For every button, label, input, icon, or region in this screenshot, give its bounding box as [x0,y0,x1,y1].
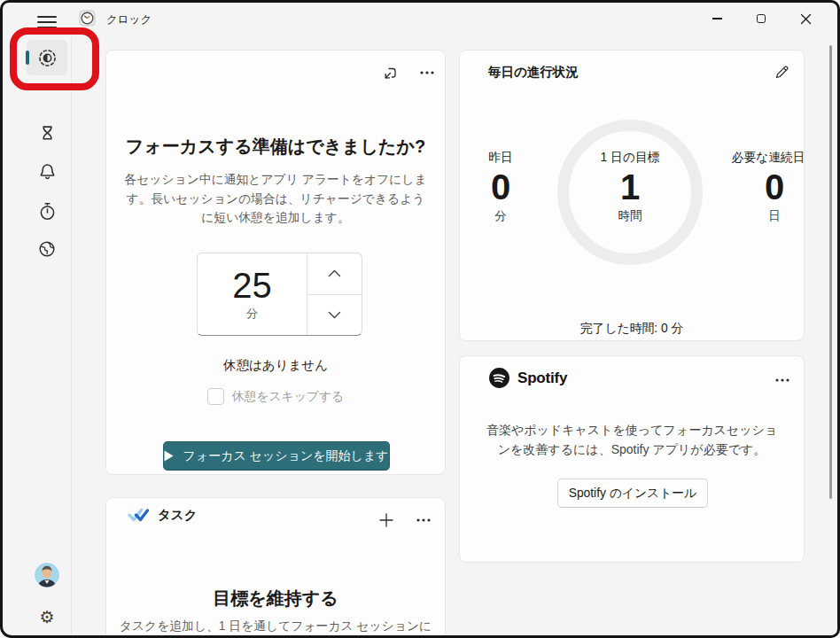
close-button[interactable] [785,3,826,35]
focus-card-description: 各セッション中に通知とアプリ アラートをオフにします。長いセッションの場合は、リ… [121,170,431,228]
duration-unit: 分 [246,306,258,322]
skip-break-row: 休憩をスキップする [106,388,445,405]
bell-icon [38,162,57,182]
daily-goal-value: 1 [559,167,701,206]
tasks-card: タスク 目標を維持する タスクを追加し、1 日を通してフォーカス セッションに割… [105,497,446,638]
daily-progress-card: 毎日の進行状況 昨日 0 分 1 日の目標 1 時間 必要な連続日数 0 日 完… [459,50,805,341]
spotify-card-more-button[interactable] [770,369,795,392]
settings-gear-icon: ⚙ [39,609,54,626]
progress-card-title: 毎日の進行状況 [488,64,579,81]
tasks-card-title: タスク [158,507,198,524]
maximize-button[interactable] [741,3,782,35]
tasks-heading: 目標を維持する [106,587,445,611]
hamburger-menu-button[interactable] [36,11,58,28]
sidebar-item-timer[interactable] [27,116,67,152]
popout-mini-view-button[interactable] [377,61,402,84]
spotify-card: Spotify 音楽やポッドキャストを使ってフォーカスセッションを改善するには、… [459,355,805,563]
yesterday-unit: 分 [465,208,536,224]
chevron-up-icon [328,269,341,277]
stopwatch-icon [38,201,57,222]
edit-goal-button[interactable] [768,59,795,84]
sidebar-item-settings[interactable]: ⚙ [27,599,67,634]
duration-decrease-button[interactable] [307,295,362,336]
tasks-description: タスクを追加し、1 日を通してフォーカス セッションに割り当てます [119,617,432,638]
more-options-icon [419,70,435,75]
close-icon [800,13,812,25]
play-icon [164,450,174,462]
skip-break-label: 休憩をスキップする [232,389,344,405]
tasks-card-more-button[interactable] [411,509,436,532]
focus-icon [37,48,58,68]
hourglass-icon [38,124,57,144]
focus-card-title: フォーカスする準備はできましたか? [117,135,434,159]
more-options-icon [774,377,790,383]
sidebar-item-world-clock[interactable] [27,231,67,267]
sidebar-item-stopwatch[interactable] [27,193,67,229]
yesterday-stat: 昨日 0 分 [465,150,536,224]
streak-value: 0 [726,167,805,206]
start-button-label: フォーカス セッションを開始します [183,448,388,464]
add-task-button[interactable] [374,509,399,532]
yesterday-value: 0 [465,167,536,206]
sidebar-item-focus-sessions[interactable] [27,40,67,75]
minimize-icon [712,18,722,19]
yesterday-label: 昨日 [465,150,536,166]
break-status-text: 休憩はありません [106,357,445,374]
more-options-icon [416,517,432,523]
focus-card-more-button[interactable] [415,61,439,84]
todo-checkmarks-icon [128,508,149,523]
focus-session-card: フォーカスする準備はできましたか? 各セッション中に通知とアプリ アラートをオフ… [105,50,446,475]
daily-goal-stat: 1 日の目標 1 時間 [559,150,701,224]
minimize-button[interactable] [696,3,737,35]
sidebar-item-alarm[interactable] [27,154,67,190]
chevron-down-icon [328,311,341,319]
duration-value-cell[interactable]: 25 分 [198,253,307,335]
sidebar-profile-button[interactable] [27,557,67,593]
duration-spinner: 25 分 [197,253,362,336]
popout-icon [382,65,399,82]
streak-stat: 必要な連続日数 0 日 [726,150,805,224]
start-focus-session-button[interactable]: フォーカス セッションを開始します [163,441,390,471]
window-title: クロック [106,12,152,27]
spotify-install-button[interactable]: Spotify のインストール [557,478,708,508]
spotify-message: 音楽やポッドキャストを使ってフォーカスセッションを改善するには、Spotify … [485,420,779,459]
vertical-scrollbar[interactable] [829,45,832,499]
app-window: クロック [0,0,840,638]
title-bar: クロック [3,3,837,36]
sidebar: ⚙ [3,36,72,635]
daily-goal-label: 1 日の目標 [559,150,701,166]
plus-icon [379,513,393,527]
streak-unit: 日 [726,208,805,224]
skip-break-checkbox[interactable] [207,388,224,405]
spotify-install-label: Spotify のインストール [569,486,697,502]
duration-value: 25 [232,267,272,304]
completed-time-text: 完了した時間: 0 分 [460,321,804,337]
spotify-wordmark: Spotify [517,370,567,387]
globe-icon [37,239,57,259]
tasks-title-row: タスク [128,507,198,524]
duration-increase-button[interactable] [307,253,362,295]
pencil-icon [774,65,789,80]
selected-accent-pill [26,51,29,65]
daily-goal-unit: 時間 [559,208,701,224]
avatar [35,563,59,587]
spotify-brand-row: Spotify [488,367,567,389]
maximize-icon [757,14,766,23]
clock-app-icon [79,10,96,30]
streak-label: 必要な連続日数 [726,150,805,166]
spotify-icon [488,367,510,389]
